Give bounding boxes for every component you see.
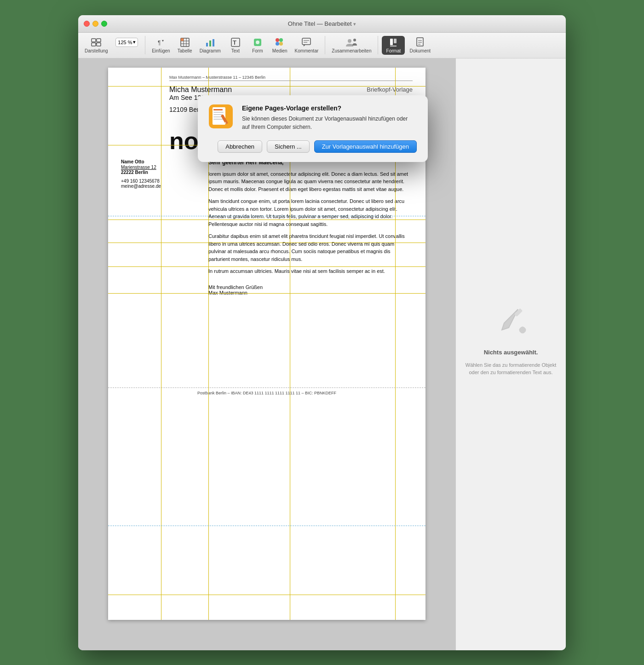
zusammenarbeiten-label: Zusammenarbeiten <box>332 48 371 53</box>
sender-line: Max Mustermann – Musterstrasse 11 – 1234… <box>169 75 413 81</box>
medien-button[interactable]: Medien <box>270 36 290 55</box>
contact-phone: +49 160 12345678 <box>121 179 196 184</box>
dokument-button[interactable]: Dokument <box>407 36 433 55</box>
footer-text: Postbank Berlin – IBAN: DE43 1111 1111 1… <box>121 391 413 395</box>
contact-name: Name Otto <box>121 159 196 164</box>
add-to-templates-button[interactable]: Zur Vorlagenauswahl hinzufügen <box>314 140 417 153</box>
closing: Mit freundlichen Grüßen Max Mustermann <box>208 284 413 295</box>
form-button[interactable]: Form <box>247 36 268 55</box>
dialog-content: Eigene Pages-Vorlage erstellen? Sie könn… <box>209 104 417 131</box>
svg-point-19 <box>256 40 259 44</box>
guide-dline-2 <box>108 526 426 526</box>
contact-email: meine@adresse.de <box>121 184 196 189</box>
format-icon <box>388 37 398 47</box>
svg-rect-12 <box>181 38 184 41</box>
dialog-text-area: Eigene Pages-Vorlage erstellen? Sie könn… <box>242 104 417 131</box>
svg-text:T: T <box>233 39 236 46</box>
kommentar-button[interactable]: Kommentar <box>292 36 322 55</box>
minimize-button[interactable] <box>92 21 98 27</box>
left-contact-info: Name Otto Marienstrasse 12 22222 Berlin … <box>121 159 196 189</box>
paragraph-1: lorem ipsum dolor sit amet, consectetur … <box>208 170 413 193</box>
darstellung-icon: ▾ <box>91 37 101 47</box>
svg-rect-42 <box>213 116 222 117</box>
svg-rect-33 <box>417 38 423 46</box>
closing-line1: Mit freundlichen Grüßen <box>208 284 413 290</box>
svg-rect-39 <box>213 109 223 110</box>
svg-point-23 <box>279 42 283 46</box>
svg-rect-31 <box>394 39 397 43</box>
form-icon <box>253 37 263 47</box>
text-label: Text <box>231 48 240 53</box>
dialog-overlay: Eigene Pages-Vorlage erstellen? Sie könn… <box>108 68 426 620</box>
toolbar: ▾ Darstellung 125 % ▾ Darstellung ¶ ▾ <box>78 33 566 58</box>
app-window: Ohne Titel — Bearbeitet ▾ ▾ Darstellung <box>78 15 566 650</box>
dialog-buttons: Abbrechen Sichern ... Zur Vorlagenauswah… <box>209 140 417 153</box>
text-button[interactable]: T Text <box>225 36 246 55</box>
separator-2 <box>325 36 325 54</box>
page-footer: Postbank Berlin – IBAN: DE43 1111 1111 1… <box>108 387 426 398</box>
paragraph-3: Curabitur dapibus enim sit amet elit pha… <box>208 232 413 263</box>
close-button[interactable] <box>84 21 90 27</box>
format-button[interactable]: Format <box>382 36 405 55</box>
svg-rect-13 <box>206 43 208 46</box>
document-page: Max Mustermann – Musterstrasse 11 – 1234… <box>108 68 426 620</box>
svg-rect-41 <box>213 114 223 115</box>
format-sidebar: Nichts ausgewählt. Wählen Sie das zu for… <box>455 58 566 650</box>
zoom-control[interactable]: 125 % ▾ Darstellung <box>113 36 142 55</box>
tabelle-button[interactable]: Tabelle <box>175 36 195 55</box>
format-label: Format <box>386 48 401 53</box>
svg-text:¶: ¶ <box>158 40 161 46</box>
tabelle-label: Tabelle <box>178 48 192 53</box>
format-icon-area: Nichts ausgewählt. Wählen Sie das zu for… <box>465 305 557 376</box>
separator-3 <box>378 36 378 54</box>
svg-rect-15 <box>213 39 214 46</box>
dialog: Eigene Pages-Vorlage erstellen? Sie könn… <box>198 95 428 162</box>
no-selection-text: Nichts ausgewählt. <box>484 349 538 356</box>
svg-point-22 <box>276 42 279 46</box>
svg-point-29 <box>353 39 356 41</box>
tabelle-icon <box>180 37 190 47</box>
diagramm-label: Diagramm <box>200 48 221 53</box>
einfuegen-label: Einfügen <box>152 48 170 53</box>
cancel-button[interactable]: Abbrechen <box>218 140 262 153</box>
briefkopf-title: Briefkopf-Vorlage <box>352 86 413 93</box>
app-body: Max Mustermann – Musterstrasse 11 – 1234… <box>78 58 566 650</box>
einfuegen-icon: ¶ ▾ <box>156 37 166 47</box>
guide-hline-7 <box>108 595 426 595</box>
fullscreen-button[interactable] <box>101 21 107 27</box>
kommentar-icon <box>301 37 311 47</box>
format-hint-text: Wählen Sie das zu formatierende Objekt o… <box>465 361 557 376</box>
zusammenarbeiten-icon <box>345 37 358 47</box>
dokument-label: Dokument <box>409 48 431 53</box>
title-bar: Ohne Titel — Bearbeitet ▾ <box>78 15 566 33</box>
medien-label: Medien <box>272 48 288 53</box>
einfuegen-button[interactable]: ¶ ▾ Einfügen <box>149 36 172 55</box>
traffic-lights <box>84 21 107 27</box>
dialog-title: Eigene Pages-Vorlage erstellen? <box>242 104 417 112</box>
diagramm-icon <box>205 37 215 47</box>
dokument-icon <box>415 37 425 47</box>
svg-point-28 <box>348 39 351 43</box>
no-selection-icon <box>493 305 529 343</box>
svg-text:▾: ▾ <box>162 39 164 43</box>
kommentar-label: Kommentar <box>295 48 319 53</box>
letter-body: Sehr geehrter Herr Maecena, lorem ipsum … <box>208 159 426 295</box>
medien-icon <box>275 37 285 47</box>
svg-rect-14 <box>209 40 211 46</box>
dialog-message: Sie können dieses Dokument zur Vorlagena… <box>242 115 417 131</box>
zusammenarbeiten-button[interactable]: Zusammenarbeiten <box>329 36 374 55</box>
svg-text:▾: ▾ <box>96 42 97 45</box>
separator-1 <box>145 36 145 54</box>
svg-rect-43 <box>213 119 224 120</box>
closing-line2: Max Mustermann <box>208 290 413 295</box>
svg-rect-40 <box>213 112 224 113</box>
darstellung-label: Darstellung <box>85 48 108 53</box>
darstellung-button[interactable]: ▾ Darstellung <box>82 36 111 55</box>
contact-street: Marienstrasse 12 <box>121 165 196 170</box>
svg-rect-3 <box>97 43 101 46</box>
main-content: Max Mustermann – Musterstrasse 11 – 1234… <box>78 58 455 650</box>
diagramm-button[interactable]: Diagramm <box>197 36 224 55</box>
svg-rect-30 <box>390 39 393 45</box>
save-button[interactable]: Sichern ... <box>267 140 310 153</box>
text-icon: T <box>230 37 241 47</box>
